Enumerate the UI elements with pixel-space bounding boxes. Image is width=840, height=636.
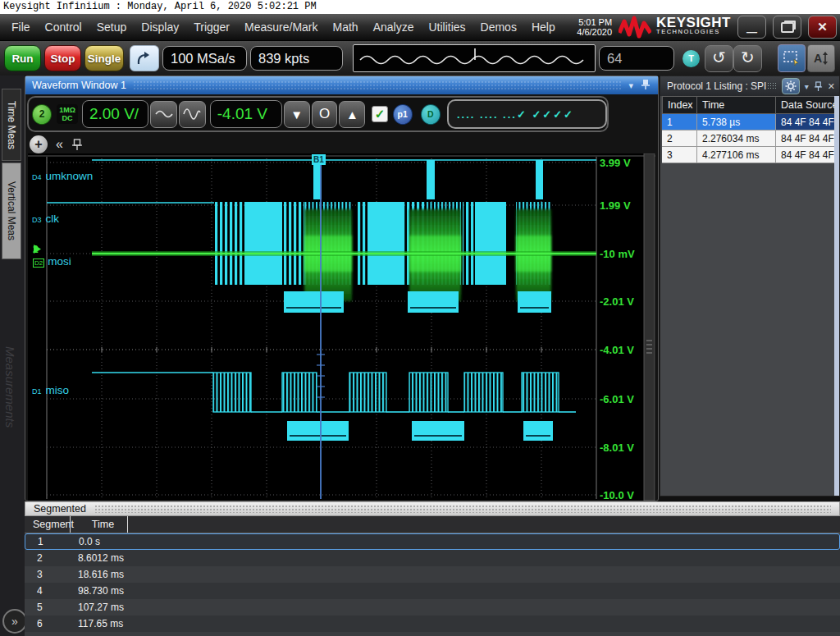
axis-label: 3.99 V <box>600 157 631 169</box>
window-title: Keysight Infiniium : Monday, April 6, 20… <box>3 1 317 12</box>
redo-button[interactable]: ↻ <box>733 45 762 72</box>
sample-rate-field[interactable]: 100 MSa/s <box>162 46 247 71</box>
protocol-column-header[interactable]: Index <box>662 96 697 114</box>
segmented-title: Segmented <box>34 503 86 515</box>
axis-label: -6.01 V <box>600 393 634 405</box>
minimize-button[interactable]: — <box>737 16 766 39</box>
bus-marker-b1[interactable]: B1 <box>312 154 326 165</box>
protocol-row[interactable]: 15.738 µs84 4F 84 4F 8 <box>662 114 835 130</box>
protocol-panel-titlebar[interactable]: Protocol 1 Listing : SPI ▾ <box>660 76 839 96</box>
menu-item-control[interactable]: Control <box>45 21 82 34</box>
segment-row[interactable]: 498.730 ms <box>25 583 840 599</box>
restore-button[interactable] <box>773 16 801 39</box>
menu-item-math[interactable]: Math <box>333 21 358 34</box>
segment-time: 8.6012 ms <box>66 552 124 564</box>
menu-item-file[interactable]: File <box>11 21 30 34</box>
menu-item-trigger[interactable]: Trigger <box>194 21 230 34</box>
offset-field[interactable]: -4.01 V <box>210 100 282 128</box>
pin-icon[interactable] <box>71 138 83 151</box>
timebase-position-widget[interactable] <box>353 44 596 72</box>
axis-label: -10.0 V <box>600 489 634 501</box>
offset-zero-button[interactable]: O <box>312 101 338 128</box>
stop-button[interactable]: Stop <box>44 45 81 71</box>
segment-number: 3 <box>25 569 66 580</box>
segment-row[interactable]: 6117.65 ms <box>25 615 840 632</box>
coupling-label[interactable]: 1MΩ DC <box>57 104 78 124</box>
segmented-rows: 10.0 s28.6012 ms318.616 ms498.730 ms5107… <box>25 533 840 636</box>
segment-number: 6 <box>25 618 66 629</box>
segment-count-field[interactable]: 64 <box>599 46 674 71</box>
sine-wave-icon <box>354 46 591 71</box>
segment-number: 5 <box>25 602 66 613</box>
offset-up-button[interactable]: ▲ <box>339 101 365 128</box>
offset-down-button[interactable]: ▼ <box>284 101 310 128</box>
single-button[interactable]: Single <box>84 45 124 71</box>
channel-enable-checkbox[interactable]: ✓ <box>372 106 387 122</box>
channel-2-badge[interactable]: 2 <box>32 104 52 125</box>
protocol-row[interactable]: 34.277106 ms84 4F 84 4F 8 <box>662 147 835 163</box>
tab-vertical-meas[interactable]: Vertical Meas <box>2 162 21 259</box>
menu-item-demos[interactable]: Demos <box>481 21 517 34</box>
digital-activity-field[interactable]: .... .... ...✓ ✓✓✓✓ <box>447 99 607 129</box>
probe-badge[interactable]: p1 <box>393 104 413 125</box>
menu-item-display[interactable]: Display <box>141 21 179 34</box>
column-time[interactable]: Time <box>71 516 128 533</box>
memory-depth-field[interactable]: 839 kpts <box>250 46 343 71</box>
segmented-column-header: Segment Time <box>25 516 840 533</box>
touch-mode-button[interactable] <box>130 45 159 71</box>
vertical-scale-field[interactable]: 2.00 V/ <box>82 100 148 128</box>
expand-panel-button[interactable]: » <box>2 609 27 634</box>
tab-time-meas[interactable]: Time Meas <box>2 89 21 161</box>
menu-item-utilities[interactable]: Utilities <box>428 21 465 34</box>
protocol-cell: 84 4F 84 4F 8 <box>776 114 835 130</box>
scale-increase-button[interactable] <box>179 101 206 128</box>
segment-number: 1 <box>25 536 66 547</box>
protocol-column-header[interactable]: Time <box>697 96 776 114</box>
digital-badge[interactable]: D <box>421 104 441 125</box>
column-segment[interactable]: Segment <box>25 516 71 533</box>
protocol-cell: 2 <box>662 130 697 147</box>
segment-row-partial <box>25 632 840 636</box>
panel-close-icon[interactable]: ✕ <box>828 81 835 92</box>
segment-time: 18.616 ms <box>66 569 124 580</box>
segmented-header[interactable]: Segmented <box>25 501 840 516</box>
window-dropdown-icon[interactable]: ▾ <box>628 80 633 91</box>
panel-dropdown-icon[interactable]: ▾ <box>805 82 809 91</box>
protocol-cell: 84 4F 84 4F 8 <box>776 147 835 163</box>
undo-button[interactable]: ↺ <box>705 45 733 72</box>
region-select-button[interactable] <box>778 44 806 72</box>
trace-burst-band <box>214 202 551 285</box>
run-button[interactable]: Run <box>4 45 41 71</box>
annotation-button[interactable]: A <box>807 44 835 72</box>
segment-row[interactable]: 5107.27 ms <box>25 599 840 615</box>
add-channel-button[interactable]: + <box>30 135 48 153</box>
waveform-plot[interactable]: B1 D4 umknown D3 clk 2 D2 mosi D1 miso 3… <box>28 153 655 501</box>
protocol-scrollbar[interactable] <box>834 96 839 496</box>
label-d3: D3 clk <box>32 213 59 225</box>
settings-gear-button[interactable] <box>782 78 800 94</box>
full-wave-icon <box>182 106 202 122</box>
d2-bus-tag: D2 <box>33 259 44 268</box>
menu-item-help[interactable]: Help <box>532 21 555 34</box>
collapse-controls-button[interactable]: « <box>56 137 63 152</box>
protocol-cell: 4.277106 ms <box>697 147 776 163</box>
segment-row[interactable]: 318.616 ms <box>25 566 840 583</box>
scale-decrease-button[interactable] <box>150 101 177 128</box>
window-pin-icon[interactable] <box>641 79 651 92</box>
menu-item-measure-mark[interactable]: Measure/Mark <box>244 21 317 34</box>
panel-pin-icon[interactable] <box>814 81 823 92</box>
segment-row[interactable]: 28.6012 ms <box>25 550 840 566</box>
menu-item-analyze[interactable]: Analyze <box>373 21 414 34</box>
menu-item-setup[interactable]: Setup <box>97 21 127 34</box>
segment-time: 117.65 ms <box>66 618 123 629</box>
protocol-row[interactable]: 22.276034 ms84 4F 84 4F 8 <box>662 130 835 147</box>
protocol-cell: 5.738 µs <box>697 114 776 130</box>
protocol-column-header[interactable]: Data Source ( <box>776 96 835 114</box>
trigger-badge[interactable]: T <box>682 50 700 67</box>
protocol-cell: 84 4F 84 4F 8 <box>776 130 835 147</box>
close-button[interactable]: ✕ <box>808 16 837 39</box>
channel2-ground-marker[interactable]: 2 D2 mosi <box>33 244 71 268</box>
waveform-window-titlebar[interactable]: Waveform Window 1 ▾ <box>25 76 658 94</box>
segment-row[interactable]: 10.0 s <box>25 533 840 550</box>
segmented-panel: Segmented Segment Time 10.0 s28.6012 ms3… <box>25 501 840 636</box>
